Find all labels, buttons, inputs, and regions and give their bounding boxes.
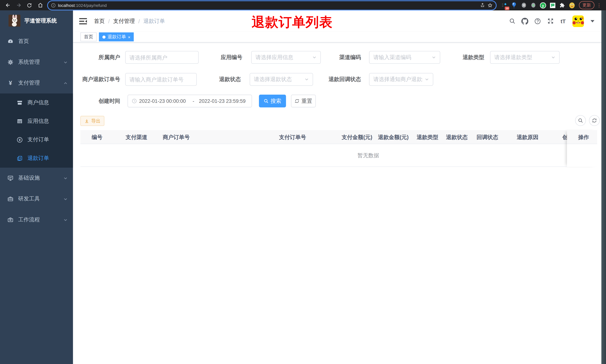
search-button-label: 搜索	[270, 98, 281, 104]
extension-badge-count: 10	[505, 6, 510, 10]
dashboard-icon	[7, 38, 13, 44]
emoji-icon[interactable]	[569, 2, 575, 8]
filter-label-refund-type: 退款类型	[437, 51, 484, 64]
app-select[interactable]: 请选择应用信息	[251, 51, 321, 64]
back-icon[interactable]	[3, 1, 13, 10]
sidebar-item-home[interactable]: 首页	[0, 31, 73, 52]
tag-refund-order[interactable]: 退款订单 ×	[99, 33, 134, 41]
top-navbar: 首页 / 支付管理 / 退款订单	[73, 10, 606, 32]
table-header: 编号 支付渠道 商户订单号 支付订单号 支付金额(元) 退款金额(元) 退款类型…	[80, 130, 597, 144]
col-pay-channel: 支付渠道	[126, 130, 147, 144]
show-search-button[interactable]	[575, 115, 586, 126]
col-id: 编号	[92, 130, 102, 144]
create-time-start[interactable]: 2022-01-23 00:00:00	[139, 98, 188, 104]
chevron-down-icon	[425, 77, 429, 82]
reset-button[interactable]: 重置	[291, 95, 316, 107]
fixed-operation-column: 操作	[567, 130, 597, 167]
refund-status-select[interactable]: 请选择退款状态	[250, 73, 313, 86]
owner-input[interactable]	[125, 51, 199, 64]
yen-icon: ¥	[7, 80, 13, 86]
sidebar-item-app-info[interactable]: 应用信息	[0, 112, 73, 131]
owner-input-field[interactable]	[130, 54, 194, 60]
sidebar-item-refund-order[interactable]: 退款订单	[0, 149, 73, 168]
command-icon[interactable]: ⌘	[521, 2, 527, 8]
chat-icon[interactable]	[550, 2, 556, 8]
extensions-strip: 10 ⌘ y	[499, 2, 577, 8]
sidebar-item-label: 商户信息	[27, 99, 68, 106]
filter-label-create-time: 创建时间	[73, 95, 120, 107]
balloon-icon[interactable]	[511, 2, 517, 8]
address-bar[interactable]: localhost:1024/pay/refund	[48, 1, 496, 10]
sidebar-item-label: 研发工具	[18, 195, 59, 202]
share-icon[interactable]	[480, 3, 485, 8]
refund-status-select-placeholder: 请选择退款状态	[254, 76, 302, 83]
help-icon[interactable]	[534, 18, 541, 25]
col-pay-amount: 支付金额(元)	[342, 130, 372, 144]
y-green-icon[interactable]: y	[540, 2, 546, 8]
extension-badge-icon[interactable]: 10	[501, 2, 507, 8]
browser-update-button[interactable]: 更新	[579, 1, 594, 9]
sidebar-item-infra[interactable]: 基础设施	[0, 168, 73, 189]
clock-icon	[132, 99, 137, 104]
callback-status-select[interactable]: 请选择通知商户退款结果的	[369, 73, 433, 86]
app-title: 芋道管理系统	[24, 17, 57, 24]
gear-icon	[7, 59, 13, 65]
sidebar-item-workflow[interactable]: 工作流程	[0, 209, 73, 230]
filter-label-merchant-refund-no: 商户退款订单号	[73, 73, 120, 86]
sidebar-item-label: 首页	[18, 38, 68, 45]
fullscreen-icon[interactable]	[547, 18, 554, 25]
sidebar-collapse-icon[interactable]	[79, 18, 87, 25]
breadcrumb-home[interactable]: 首页	[94, 18, 105, 25]
create-time-range-picker[interactable]: 2022-01-23 00:00:00 - 2022-01-23 23:59:5…	[128, 95, 252, 107]
browser-menu-icon[interactable]: ⋮	[596, 3, 603, 8]
sidebar-logo-row[interactable]: 芋道管理系统	[0, 10, 73, 31]
recorder-icon[interactable]	[530, 2, 536, 8]
caret-down-icon[interactable]	[591, 20, 594, 22]
svg-text:⌘: ⌘	[522, 3, 526, 7]
export-button[interactable]: 导出	[80, 116, 104, 126]
page-scrollbar[interactable]	[601, 10, 606, 364]
refresh-list-button[interactable]	[589, 115, 600, 126]
bookmark-star-icon[interactable]	[487, 3, 493, 8]
sidebar-item-label: 工作流程	[18, 216, 59, 223]
forward-icon[interactable]	[14, 1, 23, 10]
info-icon[interactable]	[51, 3, 56, 8]
browser-toolbar: localhost:1024/pay/refund 10 ⌘ y	[0, 0, 606, 10]
home-icon[interactable]	[36, 1, 45, 10]
col-refund-status: 退款状态	[446, 130, 468, 144]
sidebar-item-pay-order[interactable]: ¥ 支付订单	[0, 130, 73, 149]
col-pay-order-no: 支付订单号	[279, 130, 306, 144]
sidebar-item-merchant-info[interactable]: 商户信息	[0, 93, 73, 112]
github-icon[interactable]	[521, 18, 528, 25]
refund-type-select[interactable]: 请选择退款类型	[490, 51, 560, 64]
filter-label-channel: 渠道编码	[314, 51, 361, 64]
avatar[interactable]	[572, 15, 584, 27]
tag-close-icon[interactable]: ×	[128, 35, 130, 39]
screen: localhost:1024/pay/refund 10 ⌘ y	[0, 0, 606, 364]
tag-home[interactable]: 首页	[80, 33, 96, 41]
sidebar-item-system[interactable]: 系统管理	[0, 52, 73, 73]
breadcrumb-pay[interactable]: 支付管理	[113, 18, 135, 25]
sidebar-item-devtools[interactable]: 研发工具	[0, 189, 73, 209]
annotation-title: 退款订单列表	[252, 13, 333, 31]
create-time-end[interactable]: 2022-01-23 23:59:59	[199, 98, 248, 104]
reload-icon[interactable]	[25, 1, 34, 10]
chevron-down-icon	[64, 60, 68, 64]
navbar-tools: tT	[509, 15, 601, 27]
puzzle-icon[interactable]	[559, 2, 566, 8]
channel-select[interactable]: 请输入渠道编码	[369, 51, 440, 64]
sidebar-item-label: 支付管理	[18, 79, 59, 86]
search-button[interactable]: 搜索	[259, 95, 286, 107]
refresh-icon	[592, 118, 597, 123]
filter-label-app: 应用编号	[195, 51, 242, 64]
col-refund-reason: 退款原因	[517, 130, 538, 144]
chevron-down-icon	[64, 218, 68, 222]
merchant-refund-no-input[interactable]	[125, 73, 197, 86]
merchant-refund-no-field[interactable]	[130, 76, 193, 82]
search-icon[interactable]	[509, 18, 515, 25]
grid-icon	[16, 118, 23, 124]
store-icon	[16, 100, 23, 106]
font-size-icon[interactable]: tT	[560, 18, 566, 25]
sidebar-item-pay[interactable]: ¥ 支付管理	[0, 73, 73, 93]
tag-label: 首页	[84, 34, 93, 40]
